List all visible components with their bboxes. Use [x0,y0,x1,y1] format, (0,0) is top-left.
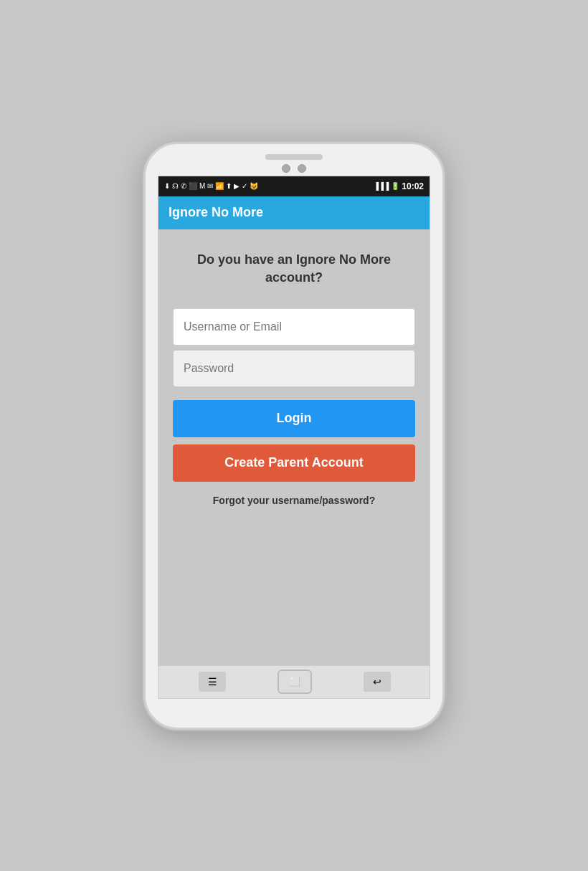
app-title: Ignore No More [169,205,263,220]
login-button[interactable]: Login [173,400,415,437]
home-icon: ⬜ [290,677,300,687]
cat-icon: 😺 [250,182,258,190]
phone-bottom [146,699,442,728]
home-button[interactable]: ⬜ [278,670,312,694]
username-input[interactable] [173,308,415,346]
wifi-icon: 📶 [215,182,224,190]
password-input[interactable] [173,350,415,387]
back-button[interactable]: ☰ [199,672,226,692]
forgot-password-link[interactable]: Forgot your username/password? [213,495,375,506]
battery-icon: 🔋 [391,182,399,190]
status-icons-right: ▐▐▐ 🔋 10:02 [374,181,424,191]
status-bar: ⬇ ☊ ✆ ⬛ M ✉ 📶 ⬆ ▶ ✓ 😺 ▐▐▐ 🔋 10:02 [158,176,430,196]
volume-button[interactable] [143,273,146,302]
download-icon: ⬇ [164,182,170,190]
phone-device: ⬇ ☊ ✆ ⬛ M ✉ 📶 ⬆ ▶ ✓ 😺 ▐▐▐ 🔋 10:02 Ignore… [143,142,445,730]
status-time: 10:02 [402,181,424,191]
signal-icon: ▐▐▐ [374,182,389,190]
front-camera [282,164,290,173]
main-content: Do you have an Ignore No More account? L… [158,229,430,665]
create-parent-account-button[interactable]: Create Parent Account [173,444,415,482]
message-icon: ✉ [207,182,213,190]
missed-call-icon: ✆ [181,182,186,190]
question-heading: Do you have an Ignore No More account? [173,251,415,287]
back-icon: ☰ [208,676,217,687]
upload-icon: ⬆ [226,182,232,190]
status-icons-left: ⬇ ☊ ✆ ⬛ M ✉ 📶 ⬆ ▶ ✓ 😺 [164,182,258,190]
recents-button[interactable]: ↩ [364,672,391,692]
front-camera-area [282,164,306,173]
voicemail-icon: ☊ [172,182,179,190]
speaker-grill [265,154,323,160]
screen: ⬇ ☊ ✆ ⬛ M ✉ 📶 ⬆ ▶ ✓ 😺 ▐▐▐ 🔋 10:02 Ignore… [158,176,430,699]
app-bar: Ignore No More [158,196,430,229]
gmail-icon: M [199,182,205,190]
recents-icon: ↩ [373,676,381,687]
check-icon: ✓ [242,182,247,190]
play-icon: ▶ [234,182,240,190]
bottom-nav-bar: ☰ ⬜ ↩ [158,665,430,698]
power-button[interactable] [442,287,445,330]
image-icon: ⬛ [189,182,197,190]
front-sensor [298,164,306,173]
